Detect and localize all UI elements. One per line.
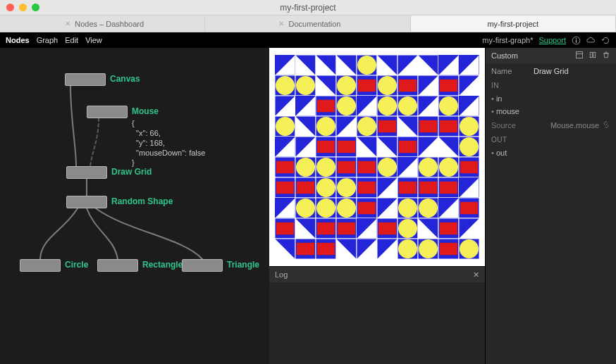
node-random-shape[interactable]: Random Shape (66, 196, 107, 208)
node-body[interactable] (66, 166, 107, 179)
node-body[interactable] (65, 73, 106, 86)
preview-canvas (269, 48, 485, 266)
svg-point-114 (296, 158, 315, 177)
in-section-label: IN (486, 79, 616, 92)
svg-point-28 (276, 76, 295, 95)
node-label: Canvas (110, 74, 140, 84)
svg-point-167 (398, 199, 417, 218)
svg-point-60 (378, 96, 397, 115)
link-icon[interactable] (602, 120, 610, 130)
menu-edit[interactable]: Edit (65, 36, 78, 44)
svg-rect-219 (593, 52, 596, 58)
inspector-header: Custom (486, 48, 616, 63)
node-body[interactable] (66, 196, 107, 208)
svg-rect-2 (576, 39, 577, 42)
node-label: Mouse (132, 106, 159, 116)
tab-documentation[interactable]: ✕ Documentation (205, 15, 410, 32)
tab-dashboard[interactable]: ✕ Nodes – Dashboard (0, 15, 205, 32)
source-row: Source Mouse.mouse (486, 118, 616, 133)
svg-rect-163 (358, 202, 376, 214)
in-port-mouse[interactable]: mouse (486, 105, 616, 118)
menu-view[interactable]: View (85, 36, 102, 44)
svg-rect-118 (338, 161, 355, 173)
menu-graph[interactable]: Graph (37, 36, 58, 44)
layout-icon[interactable] (575, 51, 584, 61)
svg-rect-104 (399, 141, 417, 153)
menu-nodes[interactable]: Nodes (6, 36, 30, 44)
node-body[interactable] (182, 259, 223, 272)
source-label: Source (491, 121, 534, 130)
svg-rect-180 (317, 222, 335, 234)
svg-point-159 (316, 199, 335, 218)
name-row: Name Draw Grid (486, 63, 616, 79)
svg-point-1 (576, 38, 577, 39)
name-label: Name (491, 67, 534, 75)
close-window-button[interactable] (6, 4, 14, 11)
svg-point-127 (419, 158, 438, 177)
log-header: Log ✕ (269, 267, 485, 282)
svg-rect-85 (419, 120, 437, 132)
svg-point-122 (378, 158, 397, 177)
svg-point-14 (357, 56, 376, 75)
tab-project[interactable]: my-first-project (411, 15, 616, 32)
info-icon[interactable] (572, 36, 581, 45)
svg-rect-176 (276, 222, 294, 234)
tab-close-icon[interactable]: ✕ (278, 20, 284, 27)
app-menubar: Nodes Graph Edit View my-first-graph* Su… (0, 32, 616, 48)
svg-rect-218 (590, 52, 592, 58)
svg-point-75 (316, 117, 335, 136)
svg-point-157 (296, 199, 315, 218)
svg-rect-147 (419, 182, 437, 194)
svg-rect-201 (317, 243, 335, 255)
tab-label: Documentation (288, 20, 340, 28)
svg-point-30 (296, 76, 315, 95)
svg-rect-174 (460, 202, 478, 214)
node-body[interactable] (20, 259, 61, 272)
svg-rect-53 (317, 100, 335, 112)
support-link[interactable]: Support (538, 36, 566, 44)
source-value[interactable]: Mouse.mouse (534, 121, 602, 130)
log-panel: Log ✕ (269, 266, 485, 364)
svg-rect-135 (297, 182, 314, 194)
tab-label: my-first-project (487, 20, 538, 28)
svg-rect-133 (276, 182, 294, 194)
library-icon[interactable] (589, 51, 597, 61)
svg-point-62 (398, 96, 417, 115)
cloud-icon[interactable] (586, 36, 596, 45)
mouse-json-value: { "x": 66, "y": 168, "mouseDown": false … (132, 118, 205, 168)
node-circle[interactable]: Circle (20, 259, 61, 272)
svg-rect-96 (317, 141, 335, 153)
svg-rect-87 (440, 120, 457, 132)
zoom-window-button[interactable] (32, 4, 39, 11)
node-rectangle[interactable]: Rectangle (97, 259, 138, 272)
trash-icon[interactable] (602, 51, 610, 61)
svg-point-71 (276, 117, 295, 136)
svg-rect-81 (378, 120, 396, 132)
in-port-in[interactable]: in (486, 92, 616, 105)
svg-point-215 (460, 239, 479, 258)
node-mouse[interactable]: Mouse (87, 106, 128, 118)
svg-rect-213 (440, 243, 457, 255)
node-draw-grid[interactable]: Draw Grid (66, 166, 107, 179)
tab-close-icon[interactable]: ✕ (65, 20, 70, 27)
svg-rect-193 (440, 222, 457, 234)
node-canvas[interactable]: Canvas (65, 73, 106, 86)
svg-point-209 (398, 239, 417, 258)
node-label: Random Shape (111, 196, 173, 206)
svg-point-116 (316, 158, 335, 177)
close-icon[interactable]: ✕ (473, 270, 479, 280)
svg-rect-216 (577, 52, 583, 58)
node-triangle[interactable]: Triangle (182, 259, 223, 272)
svg-point-55 (337, 96, 356, 115)
minimize-window-button[interactable] (19, 4, 27, 11)
svg-rect-145 (399, 182, 417, 194)
svg-point-34 (337, 76, 356, 95)
node-body[interactable] (97, 259, 138, 272)
name-value[interactable]: Draw Grid (534, 67, 610, 75)
out-port-out[interactable]: out (486, 146, 616, 159)
refresh-icon[interactable] (601, 36, 610, 45)
graph-canvas[interactable]: Canvas Mouse { "x": 66, "y": 168, "mouse… (0, 48, 269, 364)
window-titlebar: my-first-project (0, 0, 616, 15)
node-label: Circle (65, 260, 88, 270)
node-body[interactable] (87, 106, 128, 118)
